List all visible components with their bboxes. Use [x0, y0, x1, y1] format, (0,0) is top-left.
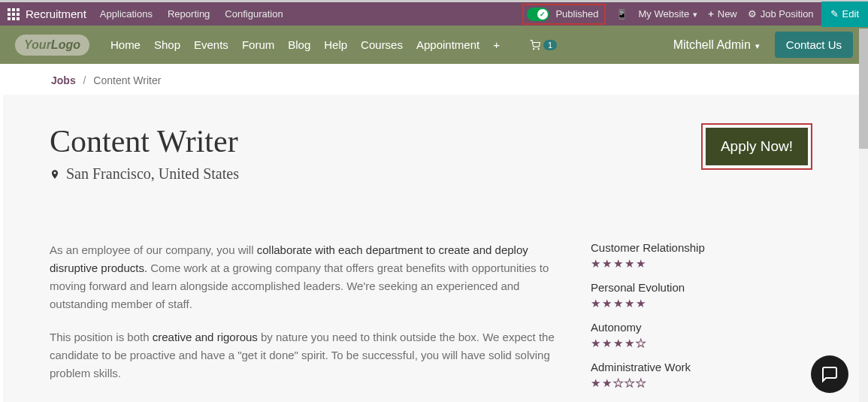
nav-reporting[interactable]: Reporting — [168, 8, 210, 20]
rating-label: Administrative Work — [591, 361, 801, 373]
rating-item: Customer Relationship★★★★★ — [591, 241, 801, 271]
svg-point-1 — [538, 48, 539, 49]
published-label: Published — [555, 8, 598, 20]
app-title[interactable]: Recruitment — [26, 8, 86, 20]
scrollbar-thumb[interactable] — [859, 29, 868, 149]
star-icon: ★ — [636, 337, 646, 349]
check-icon — [537, 9, 548, 20]
star-icon: ★ — [602, 376, 612, 389]
star-icon: ★ — [613, 337, 623, 349]
star-icon: ★ — [591, 297, 600, 310]
nav-applications[interactable]: Applications — [100, 8, 153, 20]
star-icon: ★ — [636, 257, 646, 270]
job-position-button[interactable]: Job Position — [748, 8, 814, 20]
rating-stars: ★★★★★ — [591, 376, 801, 390]
star-icon: ★ — [613, 297, 623, 310]
star-icon: ★ — [625, 257, 634, 270]
chat-icon — [821, 365, 839, 383]
apply-now-button[interactable]: Apply Now! — [706, 128, 808, 165]
contact-us-button[interactable]: Contact Us — [775, 32, 853, 58]
site-logo[interactable]: YourLogo — [15, 35, 89, 56]
menu-forum[interactable]: Forum — [242, 38, 274, 51]
star-icon: ★ — [636, 297, 646, 310]
rating-label: Autonomy — [591, 321, 801, 334]
edit-button[interactable]: Edit — [821, 2, 868, 27]
rating-stars: ★★★★★ — [591, 257, 801, 271]
star-icon: ★ — [602, 257, 612, 270]
site-header: YourLogo Home Shop Events Forum Blog Hel… — [0, 26, 868, 64]
cart-button[interactable]: 1 — [530, 40, 557, 50]
rating-stars: ★★★★★ — [591, 297, 801, 310]
job-location: San Francisco, United States — [66, 165, 239, 183]
plus-icon — [708, 8, 714, 20]
breadcrumb-current: Content Writer — [93, 74, 161, 86]
star-icon: ★ — [625, 337, 634, 349]
apply-highlight: Apply Now! — [701, 123, 812, 170]
job-description: As an employee of our company, you will … — [50, 241, 561, 402]
star-icon: ★ — [602, 337, 612, 349]
menu-help[interactable]: Help — [324, 38, 347, 51]
chevron-down-icon — [693, 8, 697, 20]
nav-configuration[interactable]: Configuration — [225, 8, 283, 20]
add-menu-icon[interactable]: + — [493, 38, 500, 51]
admin-bar: Recruitment Applications Reporting Confi… — [0, 0, 868, 26]
rating-item: Autonomy★★★★★ — [591, 321, 801, 350]
breadcrumb: Jobs / Content Writer — [0, 64, 868, 97]
rating-item: Administrative Work★★★★★ — [591, 361, 801, 390]
rating-label: Customer Relationship — [591, 241, 801, 254]
menu-appointment[interactable]: Appointment — [416, 38, 479, 51]
new-button[interactable]: New — [708, 8, 737, 20]
svg-point-0 — [534, 48, 534, 49]
published-toggle-highlight: Published — [522, 4, 606, 25]
star-icon: ★ — [591, 376, 600, 389]
star-icon: ★ — [613, 257, 623, 270]
menu-home[interactable]: Home — [110, 38, 141, 51]
menu-blog[interactable]: Blog — [288, 38, 310, 51]
pencil-icon — [830, 8, 839, 20]
rating-label: Personal Evolution — [591, 281, 801, 294]
cart-count: 1 — [543, 40, 557, 50]
star-icon: ★ — [625, 297, 634, 310]
published-toggle[interactable] — [527, 8, 549, 21]
apps-icon[interactable] — [8, 8, 20, 20]
cart-icon — [530, 40, 540, 50]
ratings-panel: Customer Relationship★★★★★Personal Evolu… — [591, 241, 801, 402]
menu-courses[interactable]: Courses — [361, 38, 403, 51]
star-icon: ★ — [625, 376, 634, 389]
star-icon: ★ — [602, 297, 612, 310]
breadcrumb-sep: / — [83, 74, 86, 86]
location-pin-icon — [50, 168, 60, 181]
gear-icon — [748, 8, 757, 20]
rating-stars: ★★★★★ — [591, 337, 801, 350]
star-icon: ★ — [613, 376, 623, 389]
menu-shop[interactable]: Shop — [154, 38, 180, 51]
menu-events[interactable]: Events — [194, 38, 228, 51]
page-content: Content Writer San Francisco, United Sta… — [3, 95, 859, 402]
chat-fab[interactable] — [811, 355, 848, 393]
rating-item: Personal Evolution★★★★★ — [591, 281, 801, 310]
scrollbar[interactable] — [859, 29, 868, 402]
my-website-dropdown[interactable]: My Website — [638, 8, 697, 20]
job-title: Content Writer — [50, 123, 239, 159]
mobile-preview-icon[interactable] — [616, 9, 628, 20]
star-icon: ★ — [591, 257, 600, 270]
user-menu[interactable]: Mitchell Admin — [673, 38, 760, 52]
breadcrumb-root[interactable]: Jobs — [51, 74, 76, 86]
star-icon: ★ — [636, 376, 646, 389]
chevron-down-icon — [755, 38, 760, 52]
star-icon: ★ — [591, 337, 600, 349]
